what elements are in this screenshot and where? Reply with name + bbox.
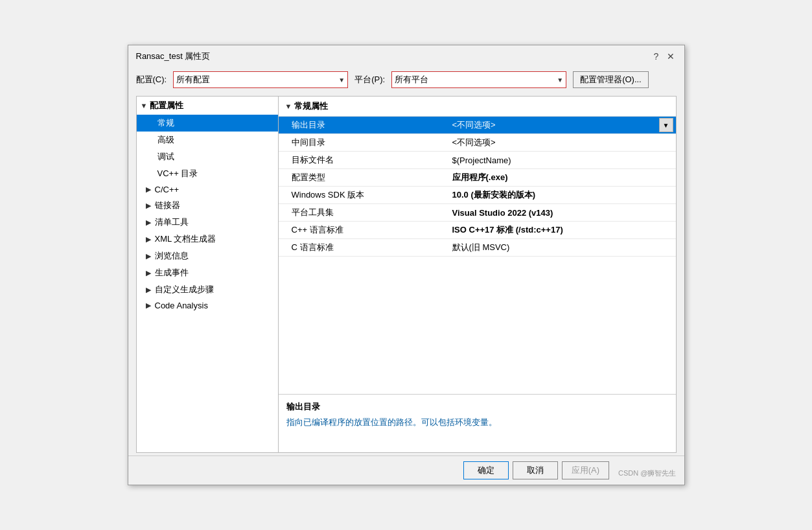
title-buttons: ? ✕ [651,51,677,62]
footer-prop-desc: 指向已编译程序的放置位置的路径。可以包括环境变量。 [286,417,668,428]
prop-name-platform-toolset: 平台工具集 [279,204,447,221]
footer-prop-name: 输出目录 [286,401,668,413]
dialog-title: Ransac_test 属性页 [136,51,211,62]
prop-value-int-dir: <不同选项> [447,134,676,151]
prop-name-int-dir: 中间目录 [279,134,447,151]
config-select[interactable]: 所有配置 ▼ [173,71,348,88]
prop-value-windows-sdk: 10.0 (最新安装的版本) [447,187,676,203]
prop-row-cpp-standard[interactable]: C++ 语言标准ISO C++17 标准 (/std:c++17) [279,222,676,239]
prop-name-output-dir: 输出目录 [279,117,447,133]
cancel-button[interactable]: 取消 [513,461,558,479]
config-select-value: 所有配置 [176,74,210,86]
sidebar-item-label-xml-gen: XML 文档生成器 [155,233,216,245]
tree-arrow-cpp: ▶ [146,185,151,194]
right-panel-footer: 输出目录 指向已编译程序的放置位置的路径。可以包括环境变量。 [279,394,676,452]
sidebar-item-xml-gen[interactable]: ▶XML 文档生成器 [137,231,278,248]
sidebar-item-browse-info[interactable]: ▶浏览信息 [137,248,278,264]
right-panel: ▼ 常规属性 输出目录<不同选项>▼中间目录<不同选项>目标文件名$(Proje… [279,96,677,453]
sidebar-item-advanced[interactable]: 高级 [137,132,278,148]
platform-select[interactable]: 所有平台 ▼ [391,71,566,88]
prop-dropdown-btn-output-dir[interactable]: ▼ [659,118,673,132]
config-manager-button[interactable]: 配置管理器(O)... [573,71,649,88]
prop-name-windows-sdk: Windows SDK 版本 [279,187,447,203]
config-label: 配置(C): [136,74,167,86]
sidebar-item-label-code-analysis: Code Analysis [155,301,208,310]
prop-name-cpp-standard: C++ 语言标准 [279,222,447,238]
tree-arrow-build-events: ▶ [146,269,151,277]
bottom-bar: 确定 取消 应用(A) CSDN @狮智先生 [128,455,684,485]
apply-button[interactable]: 应用(A) [562,461,609,479]
platform-label: 平台(P): [354,74,385,86]
sidebar-item-label-linker: 链接器 [155,200,180,211]
tree-section-header: ▼ 配置属性 [137,97,278,115]
prop-value-target-name: $(ProjectName) [447,153,676,168]
prop-row-target-name[interactable]: 目标文件名$(ProjectName) [279,152,676,169]
prop-row-windows-sdk[interactable]: Windows SDK 版本10.0 (最新安装的版本) [279,187,676,204]
sidebar-item-code-analysis[interactable]: ▶Code Analysis [137,298,278,313]
prop-value-config-type: 应用程序(.exe) [447,169,676,186]
right-panel-section-label: 常规属性 [294,100,328,112]
sidebar-item-custom-build[interactable]: ▶自定义生成步骤 [137,281,278,298]
tree-items-container: 常规高级调试VC++ 目录▶C/C++▶链接器▶清单工具▶XML 文档生成器▶浏… [137,115,278,313]
right-panel-header: ▼ 常规属性 [279,97,676,117]
prop-value-cpp-standard: ISO C++17 标准 (/std:c++17) [447,222,676,238]
properties-dialog: Ransac_test 属性页 ? ✕ 配置(C): 所有配置 ▼ 平台(P):… [128,45,685,485]
sidebar-item-cpp[interactable]: ▶C/C++ [137,182,278,197]
watermark: CSDN @狮智先生 [618,468,676,478]
prop-row-platform-toolset[interactable]: 平台工具集Visual Studio 2022 (v143) [279,204,676,222]
prop-value-output-dir: <不同选项> [447,117,659,133]
prop-row-config-type[interactable]: 配置类型应用程序(.exe) [279,169,676,187]
tree-arrow-manifest: ▶ [146,218,151,227]
sidebar-item-label-browse-info: 浏览信息 [155,250,189,262]
tree-arrow-browse-info: ▶ [146,252,151,260]
left-panel: ▼ 配置属性 常规高级调试VC++ 目录▶C/C++▶链接器▶清单工具▶XML … [136,96,279,453]
sidebar-item-label-cpp: C/C++ [155,185,180,194]
prop-name-config-type: 配置类型 [279,169,447,186]
sidebar-item-linker[interactable]: ▶链接器 [137,197,278,214]
help-button[interactable]: ? [651,51,662,62]
sidebar-item-label-build-events: 生成事件 [155,267,189,279]
sidebar-item-build-events[interactable]: ▶生成事件 [137,264,278,281]
main-area: ▼ 配置属性 常规高级调试VC++ 目录▶C/C++▶链接器▶清单工具▶XML … [128,93,684,455]
tree-section-arrow: ▼ [141,102,148,109]
title-bar: Ransac_test 属性页 ? ✕ [128,45,684,66]
config-bar: 配置(C): 所有配置 ▼ 平台(P): 所有平台 ▼ 配置管理器(O)... [128,66,684,93]
prop-value-platform-toolset: Visual Studio 2022 (v143) [447,205,676,220]
prop-row-output-dir[interactable]: 输出目录<不同选项>▼ [279,117,676,134]
right-panel-section-arrow: ▼ [285,102,292,110]
prop-name-c-standard: C 语言标准 [279,239,447,256]
sidebar-item-label-custom-build: 自定义生成步骤 [155,284,214,295]
prop-value-c-standard: 默认(旧 MSVC) [447,239,676,256]
tree-section-label: 配置属性 [150,100,183,111]
prop-row-int-dir[interactable]: 中间目录<不同选项> [279,134,676,152]
sidebar-item-general[interactable]: 常规 [137,115,278,132]
prop-name-target-name: 目标文件名 [279,152,447,168]
tree-arrow-custom-build: ▶ [146,286,151,294]
sidebar-item-debug[interactable]: 调试 [137,148,278,165]
sidebar-item-vc-dirs[interactable]: VC++ 目录 [137,165,278,182]
config-dropdown-arrow: ▼ [338,76,345,84]
platform-select-value: 所有平台 [395,74,428,86]
prop-row-c-standard[interactable]: C 语言标准默认(旧 MSVC) [279,239,676,257]
ok-button[interactable]: 确定 [463,461,509,479]
tree-arrow-code-analysis: ▶ [146,301,151,310]
tree-arrow-linker: ▶ [146,202,151,210]
right-panel-content: 输出目录<不同选项>▼中间目录<不同选项>目标文件名$(ProjectName)… [279,117,676,394]
tree-arrow-xml-gen: ▶ [146,235,151,244]
sidebar-item-manifest[interactable]: ▶清单工具 [137,214,278,231]
close-button[interactable]: ✕ [665,51,677,62]
prop-rows-container: 输出目录<不同选项>▼中间目录<不同选项>目标文件名$(ProjectName)… [279,117,676,257]
sidebar-item-label-manifest: 清单工具 [155,216,189,228]
platform-dropdown-arrow: ▼ [557,76,563,84]
